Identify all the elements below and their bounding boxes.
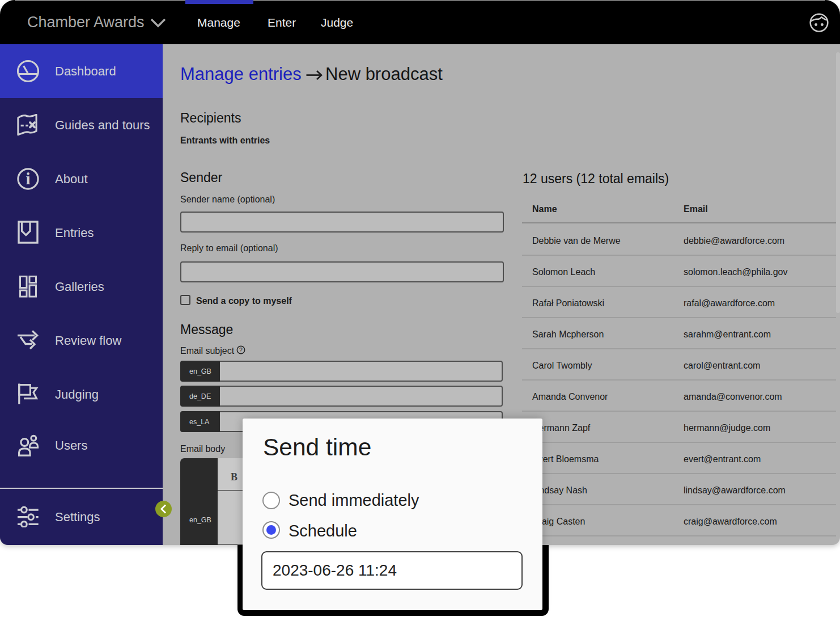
svg-text:i: i bbox=[26, 170, 30, 188]
svg-text:?: ? bbox=[239, 346, 243, 353]
